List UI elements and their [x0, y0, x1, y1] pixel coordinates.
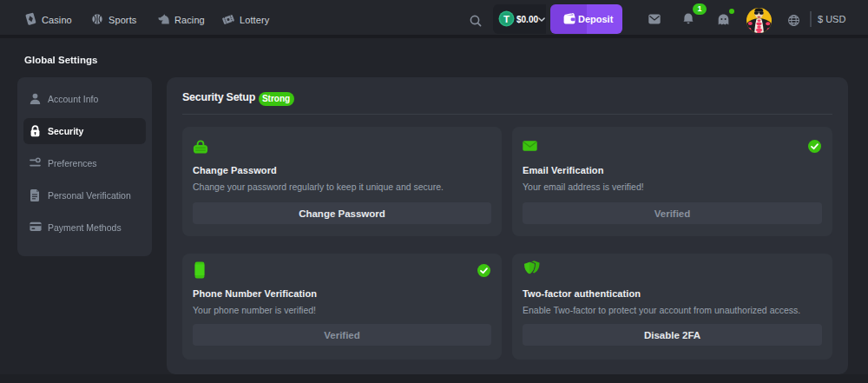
svg-text:T: T — [503, 14, 510, 24]
